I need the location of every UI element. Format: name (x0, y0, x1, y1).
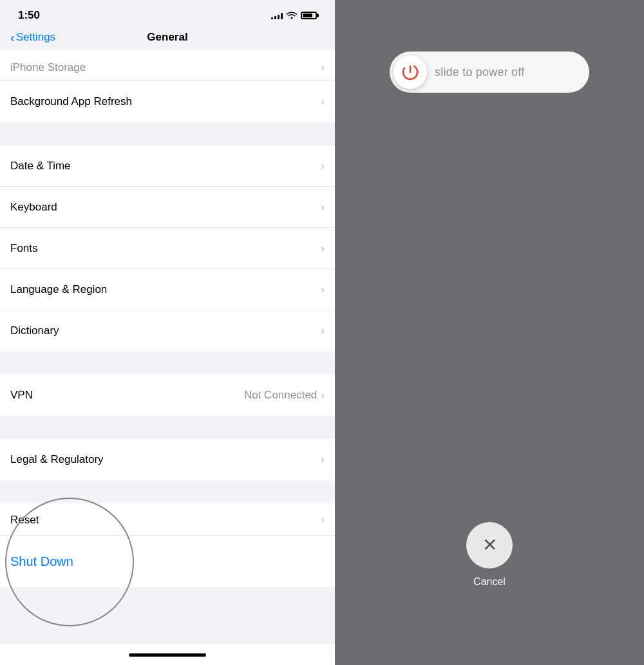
signal-bar-3 (278, 15, 279, 19)
back-chevron-icon: ‹ (10, 31, 15, 44)
fonts-item[interactable]: Fonts › (0, 228, 335, 269)
language-region-right: › (321, 283, 325, 296)
signal-bars-icon (271, 12, 283, 19)
dictionary-label: Dictionary (10, 324, 59, 337)
signal-bar-1 (271, 17, 273, 19)
keyboard-item[interactable]: Keyboard › (0, 187, 335, 228)
power-slider[interactable]: slide to power off (390, 52, 589, 93)
dictionary-right: › (321, 324, 325, 337)
back-button[interactable]: ‹ Settings (10, 31, 55, 44)
legal-regulatory-label: Legal & Regulatory (10, 453, 104, 466)
spacer-4 (0, 480, 335, 503)
language-region-item[interactable]: Language & Region › (0, 269, 335, 310)
shut-down-item[interactable]: Shut Down (0, 536, 335, 587)
dictionary-chevron-icon: › (321, 324, 325, 337)
battery-fill (303, 14, 312, 17)
settings-list: iPhone Storage › Background App Refresh … (0, 50, 335, 644)
shut-down-label: Shut Down (10, 554, 73, 569)
fonts-chevron-icon: › (321, 242, 325, 255)
legal-group: Legal & Regulatory › (0, 439, 335, 480)
vpn-label: VPN (10, 389, 33, 402)
status-time: 1:50 (18, 9, 40, 22)
back-button-label: Settings (16, 31, 55, 44)
background-refresh-item[interactable]: Background App Refresh › (0, 81, 335, 122)
background-refresh-chevron-icon: › (321, 95, 325, 108)
date-time-item[interactable]: Date & Time › (0, 145, 335, 187)
keyboard-label: Keyboard (10, 201, 57, 214)
vpn-right: Not Connected › (244, 389, 325, 402)
cancel-button[interactable]: ✕ (466, 522, 513, 568)
iphone-storage-item[interactable]: iPhone Storage › (0, 50, 335, 81)
power-icon (401, 63, 419, 81)
power-button-circle (393, 55, 427, 89)
iphone-storage-chevron-icon: › (321, 61, 325, 74)
fonts-right: › (321, 242, 325, 255)
reset-item[interactable]: Reset › (0, 503, 335, 536)
vpn-item[interactable]: VPN Not Connected › (0, 375, 335, 416)
power-off-panel: slide to power off ✕ Cancel (335, 0, 644, 665)
battery-icon (301, 12, 317, 19)
background-refresh-right: › (321, 95, 325, 108)
spacer-1 (0, 122, 335, 145)
home-indicator (0, 644, 335, 665)
background-refresh-label: Background App Refresh (10, 95, 132, 108)
background-refresh-group: Background App Refresh › (0, 81, 335, 122)
legal-regulatory-right: › (321, 453, 325, 466)
nav-bar: ‹ Settings General (0, 27, 335, 50)
keyboard-chevron-icon: › (321, 201, 325, 214)
nav-title: General (147, 31, 187, 44)
home-bar (129, 653, 206, 657)
keyboard-right: › (321, 201, 325, 214)
dictionary-item[interactable]: Dictionary › (0, 310, 335, 351)
fonts-label: Fonts (10, 242, 38, 255)
general-group: Date & Time › Keyboard › Fonts › Languag… (0, 145, 335, 351)
status-bar: 1:50 (0, 0, 335, 27)
language-region-label: Language & Region (10, 283, 107, 296)
legal-regulatory-item[interactable]: Legal & Regulatory › (0, 439, 335, 480)
reset-chevron-icon: › (321, 513, 325, 526)
spacer-2 (0, 351, 335, 375)
date-time-label: Date & Time (10, 160, 71, 173)
signal-bar-2 (274, 16, 276, 19)
wifi-icon (287, 11, 297, 21)
cancel-container: ✕ Cancel (466, 522, 513, 588)
language-region-chevron-icon: › (321, 283, 325, 296)
settings-panel: 1:50 ‹ Settings (0, 0, 335, 665)
date-time-chevron-icon: › (321, 160, 325, 173)
status-icons (271, 11, 317, 21)
spacer-3 (0, 416, 335, 439)
signal-bar-4 (281, 13, 283, 19)
vpn-status: Not Connected (244, 389, 317, 402)
iphone-storage-right: › (321, 61, 325, 74)
iphone-storage-label: iPhone Storage (10, 61, 86, 74)
cancel-label: Cancel (473, 576, 506, 588)
vpn-group: VPN Not Connected › (0, 375, 335, 416)
close-icon: ✕ (482, 536, 497, 554)
legal-regulatory-chevron-icon: › (321, 453, 325, 466)
slide-to-power-off-text: slide to power off (435, 66, 524, 79)
reset-group: Reset › Shut Down (0, 503, 335, 587)
date-time-right: › (321, 160, 325, 173)
reset-right: › (321, 513, 325, 526)
reset-label: Reset (10, 512, 39, 527)
vpn-chevron-icon: › (321, 389, 325, 402)
